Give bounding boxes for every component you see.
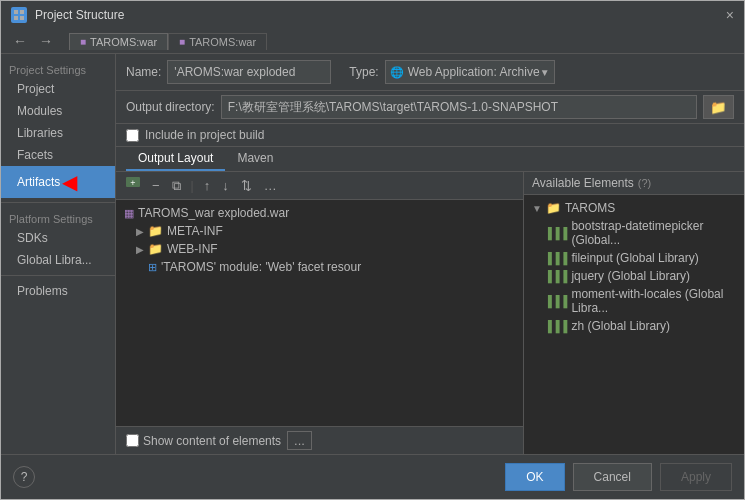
footer: ? OK Cancel Apply — [1, 454, 744, 499]
output-dir-label: Output directory: — [126, 100, 215, 114]
arrow-icon: ◀ — [62, 170, 77, 194]
folder-icon-2: 📁 — [148, 242, 163, 256]
name-input[interactable] — [167, 60, 331, 84]
sidebar-item-facets[interactable]: Facets — [1, 144, 115, 166]
lib-icon-bootstrap: ▐▐▐ — [544, 227, 567, 239]
tab-output-layout[interactable]: Output Layout — [126, 147, 225, 171]
add-artifact-button[interactable]: + — [122, 175, 144, 196]
show-content-label: Show content of elements — [143, 434, 281, 448]
sidebar-divider-1 — [1, 202, 115, 203]
show-content-more-button[interactable]: ... — [287, 431, 312, 450]
type-dropdown-icon: ▼ — [540, 67, 550, 78]
group-expand-icon: ▼ — [532, 203, 542, 214]
app-icon — [11, 7, 27, 23]
type-value: Web Application: Archive — [408, 65, 540, 79]
available-elements-header: Available Elements (?) — [524, 172, 744, 195]
lib-icon-fileinput: ▐▐▐ — [544, 252, 567, 264]
artifacts-tree-panel: + − ⧉ | ↑ ↓ ⇅ … ▦ — [116, 172, 524, 454]
include-in-build-label: Include in project build — [145, 128, 264, 142]
expand-icon-2: ▶ — [136, 244, 144, 255]
tabs-row: Output Layout Maven — [116, 147, 744, 172]
content-area: Project Settings Project Modules Librari… — [1, 54, 744, 454]
show-content-checkbox[interactable] — [126, 434, 139, 447]
tree-item-war[interactable]: ▦ TAROMS_war exploded.war — [116, 204, 523, 222]
sidebar: Project Settings Project Modules Librari… — [1, 54, 116, 454]
sidebar-item-global-libraries[interactable]: Global Libra... — [1, 249, 115, 271]
tab-maven[interactable]: Maven — [225, 147, 285, 171]
forward-button[interactable]: → — [35, 31, 57, 51]
available-item-jquery[interactable]: ▐▐▐ jquery (Global Library) — [524, 267, 744, 285]
artifacts-toolbar: + − ⧉ | ↑ ↓ ⇅ … — [116, 172, 523, 200]
available-group-taroms[interactable]: ▼ 📁 TAROMS — [524, 199, 744, 217]
sidebar-item-artifacts[interactable]: Artifacts ◀ — [1, 166, 115, 198]
name-field-row: Name: — [126, 60, 331, 84]
close-icon[interactable]: × — [726, 7, 734, 23]
include-in-build-row: Include in project build — [116, 124, 744, 147]
available-item-fileinput[interactable]: ▐▐▐ fileinput (Global Library) — [524, 249, 744, 267]
lib-icon-moment: ▐▐▐ — [544, 295, 567, 307]
top-tab-1[interactable]: ■ TAROMS:war — [69, 33, 168, 50]
sidebar-item-modules[interactable]: Modules — [1, 100, 115, 122]
help-icon: (?) — [638, 177, 651, 189]
tree-item-web-inf[interactable]: ▶ 📁 WEB-INF — [116, 240, 523, 258]
include-in-build-checkbox[interactable] — [126, 129, 139, 142]
project-settings-label: Project Settings — [1, 58, 115, 78]
available-item-zh[interactable]: ▐▐▐ zh (Global Library) — [524, 317, 744, 335]
type-label: Type: — [349, 65, 378, 79]
apply-button[interactable]: Apply — [660, 463, 732, 491]
svg-rect-1 — [20, 10, 24, 14]
tree-item-taroms-module[interactable]: ⊞ 'TAROMS' module: 'Web' facet resour — [116, 258, 523, 276]
top-tab-2[interactable]: ■ TAROMS:war — [168, 33, 267, 50]
footer-left: ? — [13, 466, 497, 488]
output-dir-input[interactable] — [221, 95, 697, 119]
lib-icon-jquery: ▐▐▐ — [544, 270, 567, 282]
name-type-row: Name: Type: 🌐 Web Application: Archive ▼ — [116, 54, 744, 91]
sort-button[interactable]: ⇅ — [237, 176, 256, 195]
available-elements-label: Available Elements — [532, 176, 634, 190]
platform-settings-label: Platform Settings — [1, 207, 115, 227]
available-elements-panel: Available Elements (?) ▼ 📁 TAROMS ▐▐▐ — [524, 172, 744, 454]
war-icon: ▦ — [124, 207, 134, 220]
available-item-bootstrap[interactable]: ▐▐▐ bootstrap-datetimepicker (Global... — [524, 217, 744, 249]
browse-button[interactable]: 📁 — [703, 95, 734, 119]
type-icon: 🌐 — [390, 66, 404, 79]
top-toolbar: ← → ■ TAROMS:war ■ TAROMS:war — [1, 29, 744, 54]
available-item-moment[interactable]: ▐▐▐ moment-with-locales (Global Libra... — [524, 285, 744, 317]
ok-button[interactable]: OK — [505, 463, 564, 491]
expand-icon: ▶ — [136, 226, 144, 237]
move-down-button[interactable]: ↓ — [218, 176, 233, 195]
cancel-button[interactable]: Cancel — [573, 463, 652, 491]
sidebar-item-libraries[interactable]: Libraries — [1, 122, 115, 144]
available-list: ▼ 📁 TAROMS ▐▐▐ bootstrap-datetimepicker … — [524, 195, 744, 454]
toolbar-separator: | — [191, 179, 194, 193]
module-icon: ⊞ — [148, 261, 157, 274]
project-structure-dialog: Project Structure × ← → ■ TAROMS:war ■ T… — [0, 0, 745, 500]
folder-icon: 📁 — [148, 224, 163, 238]
dialog-title: Project Structure — [35, 8, 718, 22]
copy-artifact-button[interactable]: ⧉ — [168, 176, 185, 196]
top-tabs: ■ TAROMS:war ■ TAROMS:war — [69, 33, 267, 50]
help-button[interactable]: ? — [13, 466, 35, 488]
back-button[interactable]: ← — [9, 31, 31, 51]
main-panel: Name: Type: 🌐 Web Application: Archive ▼… — [116, 54, 744, 454]
tree-item-meta-inf[interactable]: ▶ 📁 META-INF — [116, 222, 523, 240]
show-content-checkbox-row: Show content of elements — [126, 434, 281, 448]
type-select[interactable]: 🌐 Web Application: Archive ▼ — [385, 60, 555, 84]
sidebar-item-project[interactable]: Project — [1, 78, 115, 100]
sidebar-item-sdks[interactable]: SDKs — [1, 227, 115, 249]
more-button[interactable]: … — [260, 176, 281, 195]
move-up-button[interactable]: ↑ — [200, 176, 215, 195]
output-dir-row: Output directory: 📁 — [116, 91, 744, 124]
type-field-row: Type: 🌐 Web Application: Archive ▼ — [349, 60, 554, 84]
svg-text:+: + — [130, 178, 135, 188]
bottom-row: Show content of elements ... — [116, 426, 523, 454]
sidebar-divider-2 — [1, 275, 115, 276]
svg-rect-2 — [14, 16, 18, 20]
remove-artifact-button[interactable]: − — [148, 176, 164, 195]
title-bar: Project Structure × — [1, 1, 744, 29]
artifacts-area: + − ⧉ | ↑ ↓ ⇅ … ▦ — [116, 172, 744, 454]
svg-rect-3 — [20, 16, 24, 20]
sidebar-item-problems[interactable]: Problems — [1, 280, 115, 302]
svg-rect-0 — [14, 10, 18, 14]
lib-icon-zh: ▐▐▐ — [544, 320, 567, 332]
